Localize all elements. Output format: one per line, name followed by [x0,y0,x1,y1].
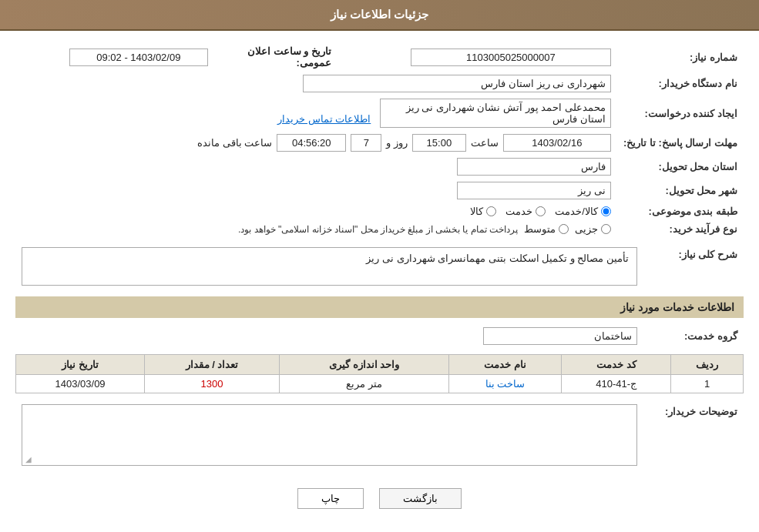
buyer-org-value: شهرداری نی ریز استان فارس [303,75,611,92]
resize-icon: ◢ [25,455,32,463]
process-note: پرداخت تمام یا بخشی از مبلغ خریداز محل "… [238,224,518,235]
category-kala-radio[interactable] [486,206,496,216]
reply-date-value: 1403/02/16 [503,134,611,152]
back-button[interactable]: بازگشت [379,488,462,509]
cell-unit: متر مربع [279,375,448,393]
category-kala-khedmat-radio[interactable] [601,206,611,216]
col-row-num: ردیف [671,355,744,375]
reply-remaining-label: ساعت باقی مانده [197,137,272,149]
category-kala-khedmat-label: کالا/خدمت [555,206,598,217]
page-title: جزئیات اطلاعات نیاز [331,8,428,21]
creator-label: ایجاد کننده درخواست: [617,95,744,131]
reply-time-value: 15:00 [412,134,466,152]
service-group-label: گروه خدمت: [643,324,744,348]
city-value: نی ریز [457,182,611,199]
category-khedmat-option[interactable]: خدمت [505,206,546,217]
cell-date: 1403/03/09 [16,375,145,393]
process-jazyi-option[interactable]: جزیی [575,223,611,235]
category-kala-option[interactable]: کالا [470,206,496,217]
category-label: طبقه بندی موضوعی: [617,202,744,220]
reply-days-label: روز و [386,137,408,149]
process-motavaset-option[interactable]: متوسط [524,223,569,235]
category-kala-khedmat-option[interactable]: کالا/خدمت [555,206,611,217]
category-khedmat-radio[interactable] [536,206,546,216]
col-service-code: کد خدمت [562,355,671,375]
process-motavaset-label: متوسط [524,223,556,235]
footer-buttons: بازگشت چاپ [15,488,744,509]
contact-link[interactable]: اطلاعات تماس خریدار [277,113,371,125]
services-table: ردیف کد خدمت نام خدمت واحد اندازه گیری ت… [15,354,744,393]
category-khedmat-label: خدمت [505,206,532,217]
buyer-org-label: نام دستگاه خریدار: [617,72,744,95]
need-number-value: 1103005025000007 [411,49,611,66]
process-label: نوع فرآیند خرید: [617,220,744,238]
process-jazyi-radio[interactable] [601,224,611,234]
col-service-name: نام خدمت [449,355,562,375]
cell-row: 1 [671,375,744,393]
process-motavaset-radio[interactable] [559,224,569,234]
cell-name: ساخت بنا [449,375,562,393]
announce-date-value: 1403/02/09 - 09:02 [69,49,208,66]
category-kala-label: کالا [470,206,483,217]
services-section-label: اطلاعات خدمات مورد نیاز [15,296,744,318]
need-number-label: شماره نیاز: [617,42,744,72]
buyer-notes-label: توضیحات خریدار: [643,401,744,477]
process-jazyi-label: جزیی [575,223,598,235]
cell-code: ج-41-410 [562,375,671,393]
province-label: استان محل تحویل: [617,155,744,179]
creator-value: محمدعلی احمد پور آتش نشان شهرداری نی ریز… [380,99,611,128]
col-unit: واحد اندازه گیری [279,355,448,375]
city-label: شهر محل تحویل: [617,179,744,202]
col-date: تاریخ نیاز [16,355,145,375]
announce-date-label: تاریخ و ساعت اعلان عمومی: [214,42,338,72]
need-desc-label: شرح کلی نیاز: [643,244,744,289]
print-button[interactable]: چاپ [297,488,364,509]
province-value: فارس [457,158,611,176]
reply-days-value: 7 [351,134,381,152]
page-header: جزئیات اطلاعات نیاز [0,0,759,31]
need-desc-value: تأمین مصالح و تکمیل اسکلت بتنی مهمانسرای… [22,247,637,286]
table-row: 1 ج-41-410 ساخت بنا متر مربع 1300 1403/0… [16,375,744,393]
reply-deadline-label: مهلت ارسال پاسخ: تا تاریخ: [617,131,744,155]
reply-time-label: ساعت [471,137,499,149]
service-group-value: ساختمان [483,327,637,345]
cell-quantity: 1300 [145,375,280,393]
col-quantity: تعداد / مقدار [145,355,280,375]
buyer-notes-area: ◢ [22,404,637,466]
reply-remaining-value: 04:56:20 [277,134,346,152]
